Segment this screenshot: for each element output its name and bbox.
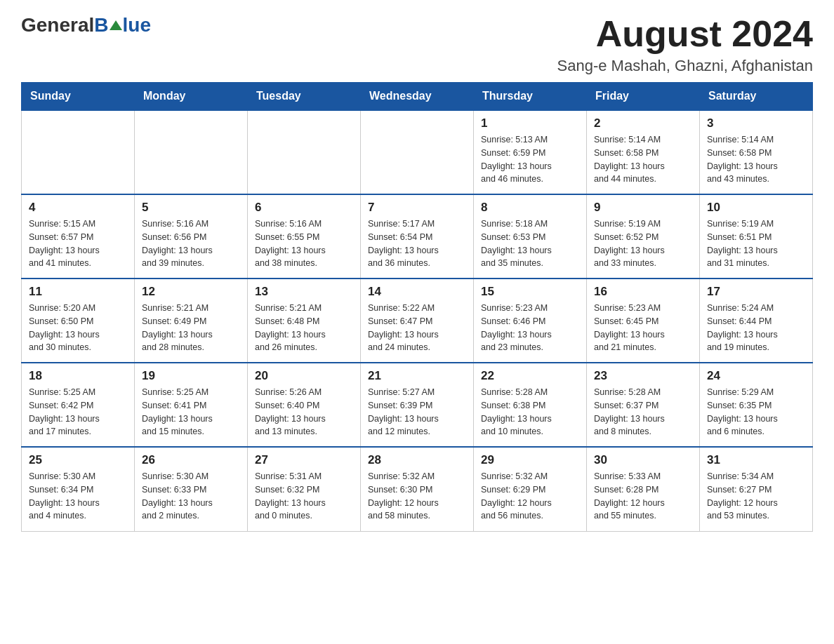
col-sunday: Sunday [22,83,135,111]
week-row-3: 11Sunrise: 5:20 AM Sunset: 6:50 PM Dayli… [22,279,813,363]
svg-marker-0 [110,20,122,30]
week-row-1: 1Sunrise: 5:13 AM Sunset: 6:59 PM Daylig… [22,110,813,194]
day-number: 2 [594,116,692,130]
calendar-cell [135,110,248,194]
day-number: 20 [255,369,353,383]
day-info: Sunrise: 5:28 AM Sunset: 6:38 PM Dayligh… [481,386,579,438]
calendar-cell: 24Sunrise: 5:29 AM Sunset: 6:35 PM Dayli… [700,363,813,447]
calendar-cell: 29Sunrise: 5:32 AM Sunset: 6:29 PM Dayli… [474,447,587,531]
day-info: Sunrise: 5:28 AM Sunset: 6:37 PM Dayligh… [594,386,692,438]
week-row-4: 18Sunrise: 5:25 AM Sunset: 6:42 PM Dayli… [22,363,813,447]
col-thursday: Thursday [474,83,587,111]
calendar-cell: 5Sunrise: 5:16 AM Sunset: 6:56 PM Daylig… [135,194,248,279]
day-number: 19 [142,369,240,383]
day-info: Sunrise: 5:22 AM Sunset: 6:47 PM Dayligh… [368,302,466,354]
day-info: Sunrise: 5:19 AM Sunset: 6:52 PM Dayligh… [594,217,692,270]
calendar-cell: 1Sunrise: 5:13 AM Sunset: 6:59 PM Daylig… [474,110,587,194]
day-number: 5 [142,201,240,215]
col-tuesday: Tuesday [248,83,361,111]
day-number: 28 [368,453,466,467]
calendar-cell: 18Sunrise: 5:25 AM Sunset: 6:42 PM Dayli… [22,363,135,447]
day-number: 6 [255,201,353,215]
day-info: Sunrise: 5:30 AM Sunset: 6:34 PM Dayligh… [29,470,127,523]
calendar-header-row: Sunday Monday Tuesday Wednesday Thursday… [22,83,813,111]
day-number: 13 [255,285,353,299]
day-info: Sunrise: 5:29 AM Sunset: 6:35 PM Dayligh… [707,386,805,438]
day-info: Sunrise: 5:25 AM Sunset: 6:41 PM Dayligh… [142,386,240,438]
day-number: 14 [368,285,466,299]
day-info: Sunrise: 5:21 AM Sunset: 6:49 PM Dayligh… [142,302,240,354]
calendar-cell: 16Sunrise: 5:23 AM Sunset: 6:45 PM Dayli… [587,279,700,363]
logo-lue-text: lue [123,14,151,36]
title-section: August 2024 Sang-e Mashah, Ghazni, Afgha… [557,14,813,75]
day-info: Sunrise: 5:32 AM Sunset: 6:30 PM Dayligh… [368,470,466,523]
day-info: Sunrise: 5:15 AM Sunset: 6:57 PM Dayligh… [29,217,127,270]
calendar-cell: 27Sunrise: 5:31 AM Sunset: 6:32 PM Dayli… [248,447,361,531]
logo: General B lue [21,14,151,36]
calendar-cell: 6Sunrise: 5:16 AM Sunset: 6:55 PM Daylig… [248,194,361,279]
day-info: Sunrise: 5:16 AM Sunset: 6:56 PM Dayligh… [142,217,240,270]
day-info: Sunrise: 5:23 AM Sunset: 6:45 PM Dayligh… [594,302,692,354]
day-number: 17 [707,285,805,299]
calendar-cell: 12Sunrise: 5:21 AM Sunset: 6:49 PM Dayli… [135,279,248,363]
day-number: 21 [368,369,466,383]
day-info: Sunrise: 5:27 AM Sunset: 6:39 PM Dayligh… [368,386,466,438]
calendar-cell: 31Sunrise: 5:34 AM Sunset: 6:27 PM Dayli… [700,447,813,531]
calendar-cell: 4Sunrise: 5:15 AM Sunset: 6:57 PM Daylig… [22,194,135,279]
day-number: 25 [29,453,127,467]
location-title: Sang-e Mashah, Ghazni, Afghanistan [557,57,813,75]
month-title: August 2024 [557,14,813,54]
day-number: 24 [707,369,805,383]
day-info: Sunrise: 5:17 AM Sunset: 6:54 PM Dayligh… [368,217,466,270]
day-number: 26 [142,453,240,467]
calendar-cell: 3Sunrise: 5:14 AM Sunset: 6:58 PM Daylig… [700,110,813,194]
calendar-cell: 21Sunrise: 5:27 AM Sunset: 6:39 PM Dayli… [361,363,474,447]
calendar-cell [22,110,135,194]
calendar-table: Sunday Monday Tuesday Wednesday Thursday… [21,82,813,532]
calendar-cell: 11Sunrise: 5:20 AM Sunset: 6:50 PM Dayli… [22,279,135,363]
calendar-cell: 14Sunrise: 5:22 AM Sunset: 6:47 PM Dayli… [361,279,474,363]
col-friday: Friday [587,83,700,111]
calendar-cell [248,110,361,194]
day-number: 31 [707,453,805,467]
day-info: Sunrise: 5:18 AM Sunset: 6:53 PM Dayligh… [481,217,579,270]
day-info: Sunrise: 5:25 AM Sunset: 6:42 PM Dayligh… [29,386,127,438]
day-number: 22 [481,369,579,383]
day-info: Sunrise: 5:32 AM Sunset: 6:29 PM Dayligh… [481,470,579,523]
week-row-5: 25Sunrise: 5:30 AM Sunset: 6:34 PM Dayli… [22,447,813,531]
day-number: 7 [368,201,466,215]
day-info: Sunrise: 5:14 AM Sunset: 6:58 PM Dayligh… [594,133,692,186]
day-number: 9 [594,201,692,215]
calendar-cell: 30Sunrise: 5:33 AM Sunset: 6:28 PM Dayli… [587,447,700,531]
day-info: Sunrise: 5:19 AM Sunset: 6:51 PM Dayligh… [707,217,805,270]
day-info: Sunrise: 5:14 AM Sunset: 6:58 PM Dayligh… [707,133,805,186]
day-number: 30 [594,453,692,467]
calendar-cell: 15Sunrise: 5:23 AM Sunset: 6:46 PM Dayli… [474,279,587,363]
col-wednesday: Wednesday [361,83,474,111]
calendar-cell: 9Sunrise: 5:19 AM Sunset: 6:52 PM Daylig… [587,194,700,279]
calendar-cell: 28Sunrise: 5:32 AM Sunset: 6:30 PM Dayli… [361,447,474,531]
calendar-cell: 20Sunrise: 5:26 AM Sunset: 6:40 PM Dayli… [248,363,361,447]
calendar-cell: 19Sunrise: 5:25 AM Sunset: 6:41 PM Dayli… [135,363,248,447]
logo-b-text: B [94,14,108,36]
day-info: Sunrise: 5:16 AM Sunset: 6:55 PM Dayligh… [255,217,353,270]
day-number: 3 [707,116,805,130]
day-number: 1 [481,116,579,130]
day-info: Sunrise: 5:31 AM Sunset: 6:32 PM Dayligh… [255,470,353,523]
calendar-cell: 22Sunrise: 5:28 AM Sunset: 6:38 PM Dayli… [474,363,587,447]
day-info: Sunrise: 5:20 AM Sunset: 6:50 PM Dayligh… [29,302,127,354]
day-number: 11 [29,285,127,299]
day-info: Sunrise: 5:26 AM Sunset: 6:40 PM Dayligh… [255,386,353,438]
day-number: 8 [481,201,579,215]
day-info: Sunrise: 5:34 AM Sunset: 6:27 PM Dayligh… [707,470,805,523]
calendar-cell: 10Sunrise: 5:19 AM Sunset: 6:51 PM Dayli… [700,194,813,279]
logo-triangle-icon [110,19,122,32]
day-info: Sunrise: 5:33 AM Sunset: 6:28 PM Dayligh… [594,470,692,523]
day-number: 12 [142,285,240,299]
calendar-cell: 7Sunrise: 5:17 AM Sunset: 6:54 PM Daylig… [361,194,474,279]
day-number: 10 [707,201,805,215]
calendar-cell [361,110,474,194]
col-saturday: Saturday [700,83,813,111]
logo-blue-part: B lue [94,14,151,36]
header: General B lue August 2024 Sang-e Mashah,… [21,14,813,75]
